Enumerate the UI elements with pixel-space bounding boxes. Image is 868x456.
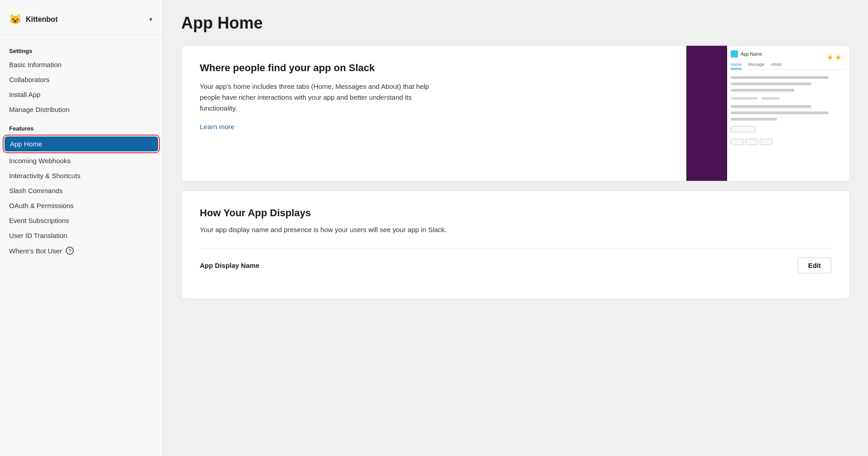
illus-input [731, 126, 756, 132]
sidebar-item-manage-distribution[interactable]: Manage Distribution [0, 102, 163, 117]
settings-section: Settings Basic Information Collaborators… [0, 44, 163, 117]
illus-tab-home: Home [731, 62, 742, 69]
illus-line-6 [731, 118, 777, 121]
features-label: Features [0, 121, 163, 135]
illus-line-1 [731, 76, 829, 79]
app-display-name-label: App Display Name [200, 262, 260, 269]
illus-tab-message: Message [748, 62, 765, 69]
learn-more-link[interactable]: Learn more [200, 123, 235, 131]
sidebar: 😺 Kittenbot ▼ Settings Basic Information… [0, 0, 163, 456]
info-card-title: Where people find your app on Slack [200, 62, 668, 74]
illus-btn-3 [760, 139, 772, 145]
illus-line-4 [731, 105, 811, 108]
app-illustration: App Name Home Message About [686, 46, 849, 181]
sidebar-item-wheres-bot-user[interactable]: Where's Bot User ? [0, 243, 163, 258]
illus-purple-bar [686, 46, 727, 181]
sidebar-item-user-id-translation[interactable]: User ID Translation [0, 228, 163, 243]
main-content: App Home Where people find your app on S… [163, 0, 868, 456]
sidebar-item-app-home[interactable]: App Home [5, 136, 158, 151]
illus-tab-about: About [771, 62, 782, 69]
sidebar-item-install-app[interactable]: Install App [0, 87, 163, 102]
page-title: App Home [181, 14, 850, 33]
settings-label: Settings [0, 44, 163, 57]
sidebar-item-collaborators[interactable]: Collaborators [0, 72, 163, 87]
chevron-down-icon: ▼ [148, 16, 154, 23]
sidebar-item-basic-information[interactable]: Basic Information [0, 57, 163, 72]
sidebar-item-event-subscriptions[interactable]: Event Subscriptions [0, 213, 163, 228]
app-selector[interactable]: 😺 Kittenbot ▼ [0, 9, 163, 35]
features-section: Features App Home Incoming Webhooks Inte… [0, 121, 163, 258]
edit-button[interactable]: Edit [798, 257, 831, 273]
illus-chat-area: App Name Home Message About [727, 46, 849, 181]
display-card-title: How Your App Displays [200, 207, 831, 219]
app-name: Kittenbot [26, 15, 144, 24]
display-card-row: App Display Name Edit [200, 248, 831, 282]
display-card-description: Your app display name and presence is ho… [200, 224, 831, 235]
help-icon[interactable]: ? [66, 247, 74, 255]
illus-app-name-text: App Name [741, 52, 762, 57]
illus-line-5 [731, 112, 829, 114]
sidebar-item-oauth-permissions[interactable]: OAuth & Permissions [0, 198, 163, 213]
sidebar-item-incoming-webhooks[interactable]: Incoming Webhooks [0, 153, 163, 168]
app-emoji: 😺 [9, 14, 21, 25]
illus-gray-1 [731, 97, 758, 100]
app-home-wrapper: App Home [5, 136, 158, 151]
display-card-inner: How Your App Displays Your app display n… [182, 191, 849, 299]
illus-btn-2 [745, 139, 758, 145]
arrow-annotation [0, 135, 5, 153]
info-card-description: Your app's home includes three tabs (Hom… [200, 81, 435, 114]
illus-line-2 [731, 82, 811, 85]
info-card-content: Where people find your app on Slack Your… [182, 46, 686, 181]
wheres-bot-user-label: Where's Bot User [9, 247, 62, 255]
display-card: How Your App Displays Your app display n… [181, 190, 850, 299]
illus-line-3 [731, 89, 794, 92]
info-card: Where people find your app on Slack Your… [181, 45, 850, 181]
illustration-inner: App Name Home Message About [686, 46, 849, 181]
illus-button-row [731, 139, 846, 145]
sparkle-icon: ✦✦ [826, 53, 842, 63]
sidebar-item-interactivity-shortcuts[interactable]: Interactivity & Shortcuts [0, 168, 163, 183]
illus-app-icon [731, 50, 738, 58]
illus-gray-2 [762, 97, 780, 100]
illus-btn-1 [731, 139, 743, 145]
sidebar-item-slash-commands[interactable]: Slash Commands [0, 183, 163, 198]
